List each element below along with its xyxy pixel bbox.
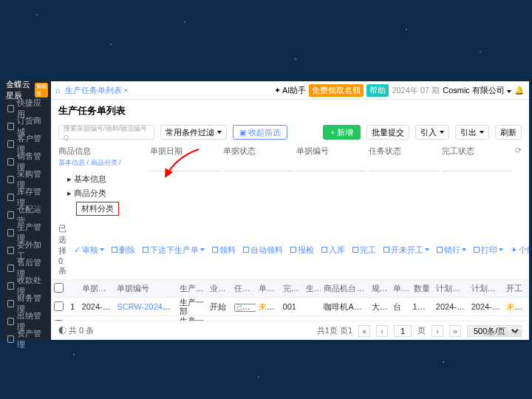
money-icon: [7, 282, 14, 290]
stock-icon: [7, 194, 14, 201]
tab-current[interactable]: 生产任务单列表 ×: [65, 85, 129, 96]
fin-icon: [7, 300, 14, 307]
period-label: 2024年 07 期: [392, 85, 440, 96]
page-first[interactable]: «: [358, 325, 370, 337]
page-last[interactable]: »: [449, 325, 461, 337]
select-all[interactable]: [54, 283, 64, 293]
filter-more[interactable]: ⟳: [515, 146, 522, 217]
app-icon: [7, 105, 14, 112]
page-prev[interactable]: ‹: [376, 325, 388, 337]
selection-count: 已选择0条: [58, 223, 66, 276]
filter-done[interactable]: [442, 158, 512, 171]
user-icon: [7, 140, 14, 148]
watermark: @金蝶云社区: [483, 329, 523, 338]
filter-task[interactable]: [369, 158, 439, 171]
trash-icon: [112, 247, 117, 253]
new-button[interactable]: + 新增: [323, 125, 361, 140]
lock-button[interactable]: 锁行: [437, 245, 466, 256]
cash-icon: [7, 318, 14, 325]
page-input[interactable]: [394, 325, 412, 337]
toggle-filter-button[interactable]: ▣ 收起筛选: [233, 125, 287, 140]
tree-item-0[interactable]: ▸ 基本信息: [58, 172, 147, 186]
lock-icon: [437, 247, 443, 253]
filter-date[interactable]: [150, 158, 220, 171]
delete-button[interactable]: 删除: [112, 245, 135, 256]
row-checkbox[interactable]: [54, 301, 64, 311]
report-icon: [290, 247, 296, 253]
report-button[interactable]: 报检: [290, 245, 314, 256]
cart-icon: [7, 123, 14, 130]
auto-pick-button[interactable]: 自动领料: [243, 245, 283, 256]
action-bar: 已选择0条 ✓ 审核 删除 下达下生产单 领料 自动领料 报检 入库 完工 开未…: [51, 220, 529, 280]
tree-item-highlight[interactable]: 材料分类: [58, 200, 147, 217]
table-row[interactable]: 1 2024-04-25 SCRW-20240421-00001 生产一部 开始…: [51, 298, 529, 316]
setting-button[interactable]: ✦ 个性化设置: [511, 245, 529, 256]
ai-assist[interactable]: ✦ AI助手: [274, 85, 307, 96]
sidebar: 金蝶云星辰旗舰版 快捷应用 订货商城 客户管理 销售管理 采购管理 库存管理 仓…: [3, 81, 51, 340]
category-tree: ▸ 基本信息 ▸ 商品分类 材料分类: [58, 172, 147, 217]
inbound-button[interactable]: 入库: [321, 245, 345, 256]
main: ⌂ 生产任务单列表 × ✦ AI助手 免费领取名额 帮助 2024年 07 期 …: [51, 81, 529, 340]
push-button[interactable]: 下达下生产单: [143, 245, 205, 256]
topbar: ⌂ 生产任务单列表 × ✦ AI助手 免费领取名额 帮助 2024年 07 期 …: [51, 81, 529, 100]
print-button[interactable]: 打印: [474, 245, 503, 256]
import-button[interactable]: 引入: [415, 125, 449, 140]
filter-status[interactable]: [223, 158, 293, 171]
sidebar-item-13[interactable]: 资产管理: [3, 330, 51, 348]
export-button[interactable]: 引出: [455, 125, 489, 140]
out-icon: [7, 247, 14, 254]
tree-item-1[interactable]: ▸ 商品分类: [58, 186, 147, 200]
batch-button[interactable]: 批量提交: [366, 125, 409, 140]
auto-icon: [243, 247, 249, 253]
filter-select[interactable]: 常用条件过滤: [160, 125, 227, 140]
row-action[interactable]: 未开工: [506, 302, 529, 311]
done-button[interactable]: 完工: [352, 245, 376, 256]
print-icon: [474, 247, 480, 253]
page-next[interactable]: ›: [432, 325, 443, 337]
pick-icon: [212, 247, 218, 253]
home-icon[interactable]: ⌂: [55, 86, 61, 95]
buy-icon: [7, 176, 14, 183]
asset-icon: [7, 335, 14, 343]
start-icon: [383, 247, 389, 253]
page-title: 生产任务单列表: [51, 100, 529, 122]
audit-button[interactable]: ✓ 审核: [74, 245, 104, 256]
push-icon: [143, 247, 149, 253]
table-header: 单据日期 单据编号 生产部门 业务状态 任务状态 单据状态 完工状态 生产线 商…: [51, 280, 529, 298]
search-input[interactable]: 搜索单据编号/物料/物流编号 Q: [58, 125, 154, 140]
free-badge[interactable]: 免费领取名额: [309, 84, 364, 97]
total-label: ◐ 共 0 条: [58, 325, 94, 336]
toolbar: 搜索单据编号/物料/物流编号 Q 常用条件过滤 ▣ 收起筛选 + 新增 批量提交…: [51, 122, 529, 143]
order-link[interactable]: SCRW-20240421-00001: [117, 302, 176, 311]
data-table: 单据日期 单据编号 生产部门 业务状态 任务状态 单据状态 完工状态 生产线 商…: [51, 280, 529, 321]
prod-icon: [7, 229, 14, 236]
start-button[interactable]: 开未开工: [383, 245, 429, 256]
bell-icon[interactable]: 🔔: [514, 86, 525, 95]
in-icon: [321, 247, 327, 253]
sale-icon: [7, 158, 14, 166]
ship-icon: [7, 211, 14, 219]
company-selector[interactable]: Cosmic 有限公司: [443, 85, 511, 96]
footer: ◐ 共 0 条 共1页 页1 « ‹ 页 › » 500条/页: [51, 321, 529, 340]
after-icon: [7, 265, 14, 272]
refresh-button[interactable]: 刷新: [495, 125, 522, 140]
help-button[interactable]: 帮助: [366, 84, 389, 97]
filter-row: 商品信息 基本信息 / 商品分类 / ▸ 基本信息 ▸ 商品分类 材料分类 单据…: [51, 143, 529, 220]
pick-button[interactable]: 领料: [212, 245, 236, 256]
done-icon: [352, 247, 358, 253]
filter-no[interactable]: [296, 158, 366, 171]
